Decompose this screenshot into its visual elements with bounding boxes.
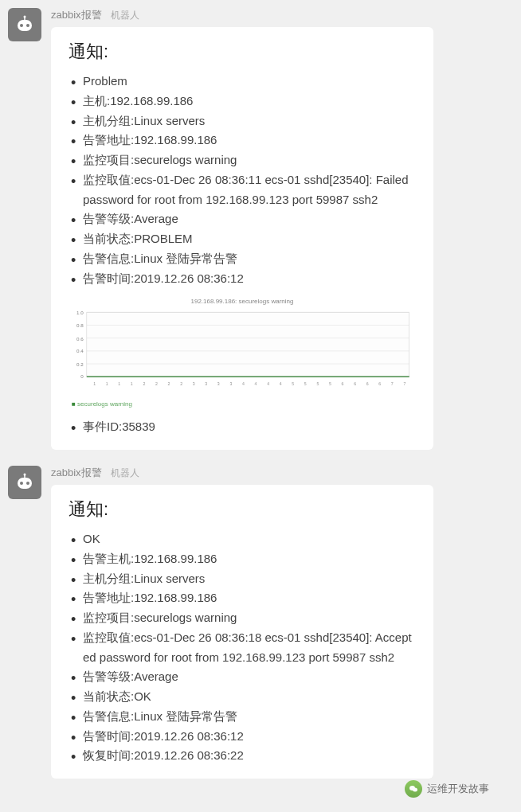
bot-avatar bbox=[8, 466, 41, 499]
svg-text:5: 5 bbox=[329, 381, 331, 386]
list-item: 主机分组:Linux servers bbox=[83, 569, 416, 589]
chart-legend: securelogs warning bbox=[69, 400, 416, 408]
svg-text:5: 5 bbox=[292, 381, 294, 386]
wechat-icon bbox=[405, 780, 422, 798]
svg-text:3: 3 bbox=[217, 381, 220, 386]
svg-rect-46 bbox=[18, 478, 32, 489]
sender-tag: 机器人 bbox=[111, 467, 139, 478]
bot-avatar bbox=[8, 8, 41, 41]
list-item: 告警等级:Average bbox=[83, 209, 416, 229]
svg-text:6: 6 bbox=[342, 381, 344, 386]
svg-text:0: 0 bbox=[80, 374, 84, 380]
svg-rect-2 bbox=[18, 20, 32, 31]
svg-text:6: 6 bbox=[354, 381, 356, 386]
chat-message: zabbix报警 机器人 通知: OK 告警主机:192.168.99.186 … bbox=[8, 466, 513, 779]
svg-text:0.4: 0.4 bbox=[76, 348, 84, 353]
message-bubble: 通知: Problem 主机:192.168.99.186 主机分组:Linux… bbox=[51, 27, 433, 450]
sender-tag: 机器人 bbox=[111, 10, 139, 21]
svg-text:0.8: 0.8 bbox=[76, 322, 84, 328]
chat-message: zabbix报警 机器人 通知: Problem 主机:192.168.99.1… bbox=[8, 8, 513, 450]
svg-text:4: 4 bbox=[255, 381, 257, 386]
message-bubble: 通知: OK 告警主机:192.168.99.186 主机分组:Linux se… bbox=[51, 485, 433, 779]
svg-text:2: 2 bbox=[180, 381, 182, 386]
svg-text:7: 7 bbox=[391, 381, 394, 386]
svg-text:4: 4 bbox=[267, 381, 269, 386]
list-item: 主机:192.168.99.186 bbox=[83, 92, 416, 111]
list-item: 告警地址:192.168.99.186 bbox=[83, 131, 416, 150]
list-item: OK bbox=[83, 529, 416, 549]
svg-text:4: 4 bbox=[280, 381, 282, 386]
svg-point-48 bbox=[26, 482, 29, 485]
svg-text:3: 3 bbox=[205, 381, 207, 386]
chart-svg: 1.0 0.8 0.6 0.4 0.2 0 1111 2222 3333 444… bbox=[69, 306, 416, 394]
list-item: 当前状态:OK bbox=[83, 687, 416, 707]
sender-info: zabbix报警 机器人 bbox=[51, 8, 513, 22]
list-item: 事件ID:35839 bbox=[83, 417, 416, 437]
notification-title: 通知: bbox=[69, 40, 416, 64]
svg-text:1: 1 bbox=[93, 381, 96, 386]
list-item: 监控取值:ecs-01-Dec 26 08:36:11 ecs-01 sshd[… bbox=[83, 170, 416, 210]
list-item: 监控取值:ecs-01-Dec 26 08:36:18 ecs-01 sshd[… bbox=[83, 628, 416, 668]
svg-text:5: 5 bbox=[316, 381, 319, 386]
sender-name: zabbix报警 bbox=[51, 467, 102, 478]
svg-point-50 bbox=[413, 788, 417, 792]
svg-text:3: 3 bbox=[229, 381, 232, 386]
svg-text:1: 1 bbox=[106, 381, 108, 386]
watermark-text: 运维开发故事 bbox=[427, 782, 489, 796]
chart-title: 192.168.99.186: securelogs warning bbox=[69, 298, 416, 305]
list-item: 告警信息:Linux 登陆异常告警 bbox=[83, 249, 416, 269]
message-content: zabbix报警 机器人 通知: OK 告警主机:192.168.99.186 … bbox=[51, 466, 513, 779]
svg-text:2: 2 bbox=[155, 381, 158, 386]
svg-point-47 bbox=[20, 482, 23, 485]
svg-text:4: 4 bbox=[242, 381, 245, 386]
robot-icon bbox=[12, 12, 37, 37]
notification-list: OK 告警主机:192.168.99.186 主机分组:Linux server… bbox=[69, 529, 416, 766]
svg-text:7: 7 bbox=[403, 381, 405, 386]
svg-text:0.6: 0.6 bbox=[76, 336, 84, 342]
svg-text:0.2: 0.2 bbox=[76, 361, 84, 367]
svg-text:1: 1 bbox=[131, 381, 133, 386]
list-item: 告警主机:192.168.99.186 bbox=[83, 549, 416, 569]
notification-list: Problem 主机:192.168.99.186 主机分组:Linux ser… bbox=[69, 72, 416, 288]
svg-point-4 bbox=[26, 24, 29, 27]
svg-text:5: 5 bbox=[304, 381, 307, 386]
svg-text:2: 2 bbox=[143, 381, 145, 386]
svg-text:6: 6 bbox=[366, 381, 369, 386]
svg-text:3: 3 bbox=[193, 381, 195, 386]
list-item: 告警地址:192.168.99.186 bbox=[83, 588, 416, 608]
svg-rect-5 bbox=[87, 312, 409, 377]
list-item: 告警时间:2019.12.26 08:36:12 bbox=[83, 727, 416, 747]
list-item: 恢复时间:2019.12.26 08:36:22 bbox=[83, 746, 416, 766]
sender-info: zabbix报警 机器人 bbox=[51, 466, 513, 480]
svg-point-3 bbox=[20, 24, 23, 27]
robot-icon bbox=[12, 470, 37, 495]
list-item: 主机分组:Linux servers bbox=[83, 111, 416, 131]
sender-name: zabbix报警 bbox=[51, 9, 102, 21]
list-item: 告警时间:2019.12.26 08:36:12 bbox=[83, 269, 416, 289]
list-item: 告警等级:Average bbox=[83, 667, 416, 687]
chart-container: 192.168.99.186: securelogs warning 1.0 0… bbox=[69, 298, 416, 408]
svg-text:2: 2 bbox=[168, 381, 170, 386]
watermark: 运维开发故事 bbox=[405, 780, 489, 798]
list-item: Problem bbox=[83, 72, 416, 92]
list-item: 监控项目:securelogs warning bbox=[83, 608, 416, 628]
svg-text:1.0: 1.0 bbox=[76, 310, 84, 316]
message-content: zabbix报警 机器人 通知: Problem 主机:192.168.99.1… bbox=[51, 8, 513, 450]
list-item: 监控项目:securelogs warning bbox=[83, 150, 416, 170]
svg-text:6: 6 bbox=[378, 381, 381, 386]
svg-text:1: 1 bbox=[118, 381, 120, 386]
list-item: 当前状态:PROBLEM bbox=[83, 229, 416, 249]
notification-title: 通知: bbox=[69, 498, 416, 521]
list-item: 告警信息:Linux 登陆异常告警 bbox=[83, 707, 416, 727]
notification-list-after: 事件ID:35839 bbox=[69, 417, 416, 437]
